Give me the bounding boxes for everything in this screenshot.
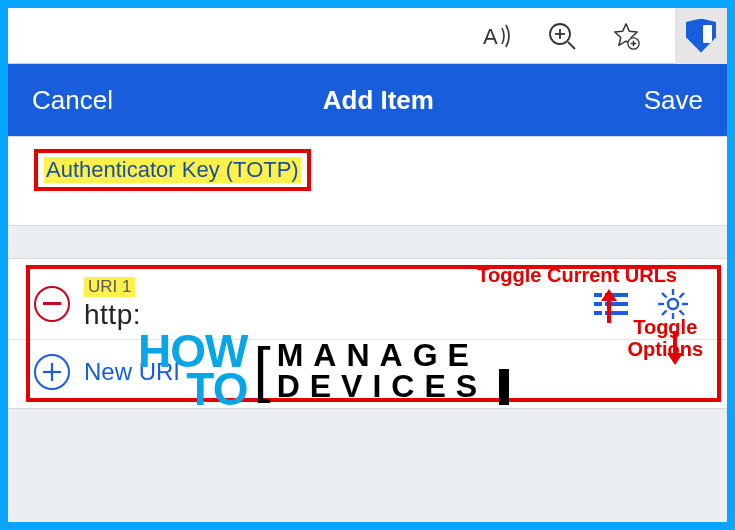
svg-line-20 <box>662 293 667 298</box>
uri-field-input[interactable]: http: <box>84 299 141 331</box>
svg-line-2 <box>568 42 575 49</box>
svg-point-15 <box>668 299 678 309</box>
app-frame: A Cancel Add It <box>0 0 735 530</box>
svg-line-21 <box>680 311 685 316</box>
svg-rect-8 <box>43 302 61 305</box>
uri-row: URI 1 http: <box>8 259 727 339</box>
page-title: Add Item <box>323 85 434 116</box>
totp-field-label[interactable]: Authenticator Key (TOTP) <box>44 157 301 183</box>
zoom-icon[interactable] <box>547 21 577 51</box>
toggle-current-urls-icon[interactable] <box>593 286 629 322</box>
svg-rect-11 <box>594 302 602 306</box>
bitwarden-shield-icon <box>686 19 716 53</box>
read-aloud-icon[interactable]: A <box>483 21 513 51</box>
new-uri-label: New URI <box>84 358 180 386</box>
totp-field-block: Authenticator Key (TOTP) <box>8 136 727 226</box>
new-uri-row[interactable]: New URI <box>8 339 727 408</box>
app-header: Cancel Add Item Save <box>8 64 727 136</box>
svg-line-22 <box>662 311 667 316</box>
extension-button[interactable] <box>675 8 727 64</box>
svg-rect-13 <box>594 311 602 315</box>
cancel-button[interactable]: Cancel <box>32 85 113 116</box>
uri-field-label: URI 1 <box>84 277 135 297</box>
svg-rect-10 <box>605 293 628 297</box>
svg-rect-14 <box>605 311 628 315</box>
favorites-icon[interactable] <box>611 21 641 51</box>
svg-rect-9 <box>594 293 602 297</box>
svg-line-23 <box>680 293 685 298</box>
svg-rect-12 <box>605 302 628 306</box>
browser-toolbar: A <box>8 8 727 64</box>
save-button[interactable]: Save <box>644 85 703 116</box>
plus-icon <box>34 354 70 390</box>
uri-options-gear-icon[interactable] <box>655 286 691 322</box>
remove-uri-button[interactable] <box>34 286 70 322</box>
svg-text:A: A <box>483 24 498 49</box>
annotation-box-totp: Authenticator Key (TOTP) <box>34 149 311 191</box>
uri-section: URI 1 http: <box>8 258 727 409</box>
